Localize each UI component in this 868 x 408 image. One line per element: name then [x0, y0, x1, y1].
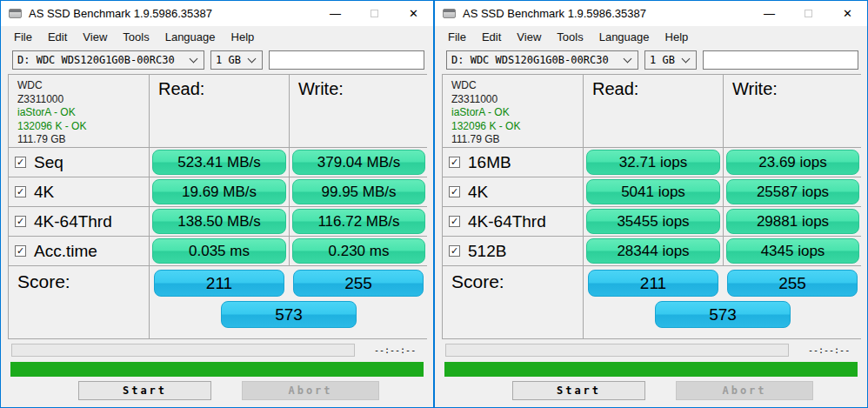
menu-item-language[interactable]: Language — [157, 27, 224, 47]
row-checkbox[interactable]: ✓ — [15, 245, 26, 257]
progress-bar — [10, 362, 424, 377]
total-score-pill: 573 — [655, 301, 791, 328]
menu-item-edit[interactable]: Edit — [40, 27, 75, 47]
maximize-button[interactable] — [355, 1, 394, 26]
app-window: AS SSD Benchmark 1.9.5986.35387 — ✕ File… — [0, 0, 434, 408]
menu-item-view[interactable]: View — [509, 27, 549, 47]
drive-capacity: 111.79 GB — [17, 133, 149, 147]
write-value-pill: 23.69 iops — [726, 150, 859, 175]
abort-button[interactable]: Abort — [242, 381, 379, 400]
table-row: 4345 iops — [724, 237, 862, 265]
close-button[interactable]: ✕ — [828, 1, 867, 26]
menubar: File Edit View Tools Language Help — [1, 26, 433, 48]
chevron-down-icon — [624, 54, 632, 63]
read-score-pill: 211 — [154, 270, 284, 297]
menu-item-tools[interactable]: Tools — [115, 27, 157, 47]
drive-firmware: Z3311000 — [451, 93, 583, 107]
benchmark-row-label: ✓ 4K-64Thrd — [9, 207, 149, 236]
menu-item-file[interactable]: File — [6, 27, 40, 47]
menubar: File Edit View Tools Language Help — [435, 26, 867, 48]
chevron-down-icon — [682, 54, 691, 63]
table-row: 35455 iops — [584, 207, 723, 236]
drive-select[interactable]: D: WDC WDS120G1G0B-00RC30 — [446, 50, 638, 70]
menu-item-language[interactable]: Language — [591, 27, 658, 47]
window-title: AS SSD Benchmark 1.9.5986.35387 — [463, 7, 646, 20]
check-icon: ✓ — [451, 246, 458, 256]
benchmark-row-label: ✓ Acc.time — [9, 237, 149, 265]
row-checkbox[interactable]: ✓ — [449, 245, 460, 257]
start-button[interactable]: Start — [78, 381, 211, 400]
read-value-pill: 138.50 MB/s — [152, 209, 286, 234]
drive-select-value: D: WDC WDS120G1G0B-00RC30 — [17, 54, 190, 66]
row-label-text: 4K — [34, 183, 54, 202]
button-row: Start Abort — [435, 381, 867, 400]
read-value-pill: 523.41 MB/s — [152, 150, 286, 175]
status-row: --:--:-- — [11, 344, 423, 357]
row-checkbox[interactable]: ✓ — [15, 186, 26, 197]
chevron-down-icon — [190, 54, 198, 63]
table-row: 0.035 ms — [150, 237, 289, 265]
status-row: --:--:-- — [445, 344, 857, 357]
abort-button[interactable]: Abort — [676, 381, 813, 400]
window-controls: — ✕ — [316, 1, 433, 26]
check-icon: ✓ — [17, 246, 24, 256]
maximize-button[interactable] — [789, 1, 828, 26]
app-icon — [9, 9, 22, 18]
row-checkbox[interactable]: ✓ — [449, 186, 460, 197]
close-button[interactable]: ✕ — [394, 1, 433, 26]
check-icon: ✓ — [17, 157, 24, 167]
titlebar: AS SSD Benchmark 1.9.5986.35387 — ✕ — [435, 1, 867, 26]
time-display: --:--:-- — [374, 345, 416, 355]
row-checkbox[interactable]: ✓ — [15, 157, 26, 168]
check-icon: ✓ — [17, 217, 24, 226]
minimize-button[interactable]: — — [750, 1, 789, 26]
drive-vendor: WDC — [17, 79, 149, 93]
benchmark-row-label: ✓ 4K-64Thrd — [443, 207, 583, 236]
menu-item-view[interactable]: View — [75, 27, 115, 47]
read-value-pill: 5041 iops — [586, 179, 720, 204]
row-label-text: 512B — [468, 242, 506, 261]
drive-alignment-status: 132096 K - OK — [451, 120, 583, 134]
menu-item-help[interactable]: Help — [658, 27, 697, 47]
close-icon: ✕ — [843, 7, 852, 20]
row-label-text: 4K-64Thrd — [34, 212, 112, 231]
drive-select[interactable]: D: WDC WDS120G1G0B-00RC30 — [12, 50, 204, 70]
menu-item-file[interactable]: File — [440, 27, 474, 47]
table-row: 25587 iops — [724, 177, 862, 206]
menu-item-edit[interactable]: Edit — [474, 27, 509, 47]
drive-vendor: WDC — [451, 79, 583, 93]
table-row: 379.04 MB/s — [290, 148, 428, 177]
test-size-select[interactable]: 1 GB — [210, 50, 263, 70]
drive-alignment-status: 132096 K - OK — [17, 120, 149, 134]
table-row: 138.50 MB/s — [150, 207, 289, 236]
check-icon: ✓ — [451, 217, 458, 226]
read-header: Read: — [584, 75, 723, 147]
write-value-pill: 4345 iops — [726, 238, 859, 264]
row-checkbox[interactable]: ✓ — [449, 157, 460, 168]
test-size-select[interactable]: 1 GB — [644, 50, 697, 70]
drive-firmware: Z3311000 — [17, 93, 149, 107]
minimize-button[interactable]: — — [316, 1, 355, 26]
read-value-pill: 35455 iops — [586, 209, 720, 234]
score-panel: 211 255 573 — [150, 266, 428, 338]
text-input[interactable] — [269, 50, 424, 70]
start-button[interactable]: Start — [512, 381, 645, 400]
write-score-pill: 255 — [293, 270, 424, 297]
menu-item-help[interactable]: Help — [224, 27, 263, 47]
row-checkbox[interactable]: ✓ — [449, 216, 460, 227]
read-value-pill: 28344 iops — [586, 238, 720, 264]
table-row: 99.95 MB/s — [290, 177, 428, 206]
table-row: 32.71 iops — [584, 148, 723, 177]
benchmark-row-label: ✓ Seq — [9, 148, 149, 177]
screen: AS SSD Benchmark 1.9.5986.35387 — ✕ File… — [0, 0, 868, 408]
text-input[interactable] — [703, 50, 858, 70]
menu-item-tools[interactable]: Tools — [549, 27, 591, 47]
toolbar: D: WDC WDS120G1G0B-00RC30 1 GB — [12, 50, 424, 70]
drive-info-panel: WDC Z3311000 iaStorA - OK 132096 K - OK … — [443, 75, 583, 147]
row-checkbox[interactable]: ✓ — [15, 216, 26, 227]
app-window: AS SSD Benchmark 1.9.5986.35387 — ✕ File… — [434, 0, 868, 408]
test-size-value: 1 GB — [216, 54, 249, 66]
row-label-text: Seq — [34, 153, 63, 172]
write-value-pill: 379.04 MB/s — [292, 150, 425, 175]
score-label: Score: — [443, 266, 583, 338]
